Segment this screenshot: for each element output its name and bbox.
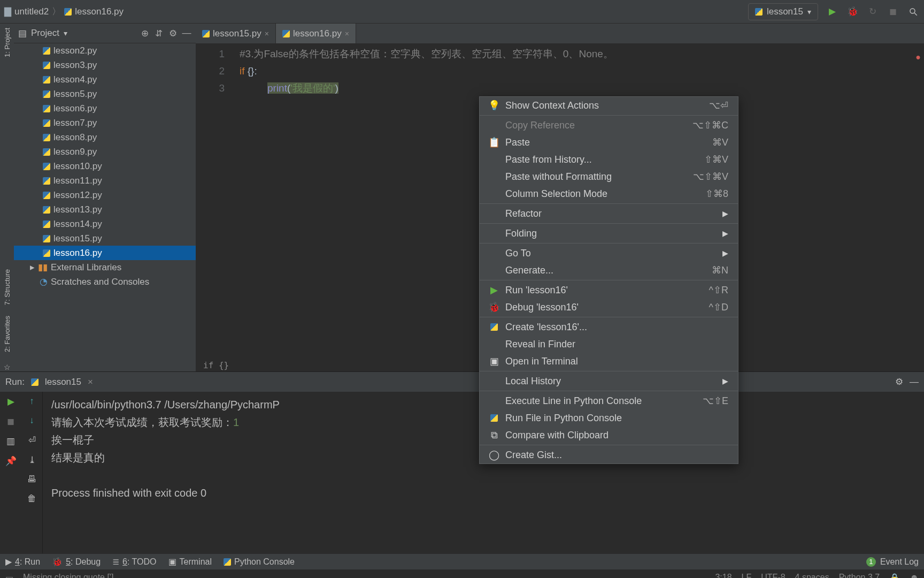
- rerun-button[interactable]: ▶: [7, 396, 14, 407]
- print-button[interactable]: 🖶: [27, 474, 36, 485]
- context-menu-item[interactable]: Copy Reference⌥⇧⌘C: [480, 117, 738, 134]
- close-tab-icon[interactable]: ×: [345, 29, 349, 38]
- down-button[interactable]: ↓: [29, 415, 34, 426]
- close-tab-icon[interactable]: ×: [265, 29, 269, 38]
- scroll-button[interactable]: ⤓: [28, 454, 36, 466]
- status-icon: ▭: [5, 573, 13, 579]
- tab-label: lesson16.py: [293, 28, 342, 39]
- context-menu-item[interactable]: ⧉Compare with Clipboard: [480, 427, 738, 444]
- context-menu-item[interactable]: ◯Create Gist...: [480, 446, 738, 463]
- project-file-item[interactable]: lesson14.py: [14, 217, 196, 231]
- run-button[interactable]: ▶: [826, 5, 838, 18]
- chevron-down-icon[interactable]: ▾: [64, 29, 67, 37]
- context-menu-item[interactable]: Go To▶: [480, 245, 738, 262]
- submenu-arrow-icon: ▶: [722, 209, 728, 218]
- project-file-item[interactable]: lesson7.py: [14, 116, 196, 130]
- menu-shortcut: ⌥⇧⌘V: [693, 171, 728, 182]
- context-menu-item[interactable]: Generate...⌘N: [480, 262, 738, 279]
- context-menu-item[interactable]: Run File in Python Console: [480, 409, 738, 427]
- project-file-item[interactable]: lesson2.py: [14, 43, 196, 58]
- context-menu-item[interactable]: Reveal in Finder: [480, 336, 738, 353]
- file-name: lesson7.py: [53, 118, 97, 128]
- project-file-item[interactable]: lesson3.py: [14, 58, 196, 72]
- pin-button[interactable]: 📌: [5, 455, 17, 467]
- gutter: 1 2 3: [196, 43, 233, 359]
- trash-button[interactable]: 🗑: [27, 493, 36, 504]
- line-sep[interactable]: LF: [742, 573, 752, 578]
- context-menu-item[interactable]: 💡Show Context Actions⌥⏎: [480, 97, 738, 114]
- tool-pyconsole[interactable]: Python Console: [224, 557, 295, 567]
- breadcrumb-folder[interactable]: ▇ untitled2: [4, 6, 49, 17]
- context-menu-item[interactable]: 📋Paste⌘V: [480, 134, 738, 151]
- project-file-item[interactable]: lesson5.py: [14, 87, 196, 101]
- context-menu-item[interactable]: Column Selection Mode⇧⌘8: [480, 185, 738, 202]
- context-menu-item[interactable]: ▶Run 'lesson16'^⇧R: [480, 282, 738, 299]
- debug-button[interactable]: 🐞: [846, 5, 859, 18]
- gear-icon[interactable]: ⚙: [895, 376, 903, 387]
- locate-icon[interactable]: ⊕: [140, 28, 150, 39]
- project-tree[interactable]: lesson2.pylesson3.pylesson4.pylesson5.py…: [14, 43, 196, 371]
- project-file-item[interactable]: lesson4.py: [14, 72, 196, 87]
- editor-tab[interactable]: lesson15.py×: [196, 24, 276, 43]
- menu-shortcut: ⌘N: [712, 264, 728, 276]
- project-file-item[interactable]: lesson13.py: [14, 202, 196, 217]
- context-menu-item[interactable]: Local History▶: [480, 372, 738, 390]
- project-file-item[interactable]: lesson11.py: [14, 173, 196, 188]
- breadcrumb-file[interactable]: lesson16.py: [64, 6, 124, 17]
- minimize-icon[interactable]: —: [182, 28, 191, 39]
- project-file-item[interactable]: lesson12.py: [14, 188, 196, 202]
- layout-button[interactable]: ▥: [6, 436, 15, 447]
- project-file-item[interactable]: lesson10.py: [14, 159, 196, 173]
- python-file-icon: [43, 220, 50, 228]
- scratches-node[interactable]: ◔ Scratches and Consoles: [14, 275, 196, 289]
- lock-icon[interactable]: 🔒: [889, 573, 900, 579]
- gear-icon[interactable]: ⚙: [168, 28, 178, 39]
- menu-label: Compare with Clipboard: [505, 430, 609, 441]
- context-menu-item[interactable]: Create 'lesson16'...: [480, 318, 738, 336]
- run-config-dropdown[interactable]: lesson15 ▾: [748, 3, 818, 20]
- rail-structure[interactable]: 7: Structure: [3, 269, 11, 305]
- context-menu[interactable]: 💡Show Context Actions⌥⏎Copy Reference⌥⇧⌘…: [479, 96, 738, 464]
- tool-debug[interactable]: 🐞5: Debug: [52, 557, 101, 567]
- tool-todo[interactable]: ≣6: TODO: [112, 557, 156, 567]
- encoding[interactable]: UTF-8: [761, 573, 785, 578]
- indent[interactable]: 4 spaces: [795, 573, 829, 578]
- event-log-button[interactable]: Event Log: [880, 557, 919, 567]
- search-everywhere-button[interactable]: [907, 5, 920, 18]
- error-stripe-icon[interactable]: ●: [915, 49, 921, 66]
- stop-button[interactable]: ◼: [887, 5, 899, 18]
- project-file-item[interactable]: lesson9.py: [14, 144, 196, 159]
- collapse-icon[interactable]: ⇵: [154, 28, 164, 39]
- project-file-item[interactable]: lesson16.py: [14, 246, 196, 260]
- caret-position[interactable]: 3:18: [715, 573, 732, 578]
- paste-icon: 📋: [489, 136, 499, 148]
- file-name: lesson16.py: [53, 248, 102, 258]
- chevron-down-icon: ▾: [807, 7, 811, 16]
- context-menu-item[interactable]: Folding▶: [480, 225, 738, 242]
- project-file-item[interactable]: lesson6.py: [14, 101, 196, 116]
- context-menu-item[interactable]: Refactor▶: [480, 205, 738, 222]
- project-file-item[interactable]: lesson8.py: [14, 130, 196, 144]
- tool-terminal[interactable]: ▣Terminal: [168, 557, 212, 567]
- project-file-item[interactable]: lesson15.py: [14, 231, 196, 246]
- rail-favorites[interactable]: 2: Favorites: [3, 316, 11, 352]
- editor-tab[interactable]: lesson16.py×: [276, 24, 356, 43]
- interpreter[interactable]: Python 3.7: [839, 573, 880, 578]
- external-libraries[interactable]: ▸ ▮▮ External Libraries: [14, 260, 196, 275]
- minimize-icon[interactable]: —: [910, 377, 919, 387]
- context-menu-item[interactable]: Paste from History...⇧⌘V: [480, 151, 738, 168]
- rail-project[interactable]: 1: Project: [3, 28, 11, 57]
- stop-run-button[interactable]: ◼: [7, 416, 14, 427]
- wrap-button[interactable]: ⏎: [28, 435, 36, 446]
- context-menu-item[interactable]: Paste without Formatting⌥⇧⌘V: [480, 168, 738, 185]
- context-menu-item[interactable]: ▣Open in Terminal: [480, 353, 738, 370]
- context-menu-item[interactable]: 🐞Debug 'lesson16'^⇧D: [480, 299, 738, 316]
- tool-run[interactable]: ▶4: Run: [5, 557, 40, 567]
- up-button[interactable]: ↑: [29, 396, 34, 407]
- context-menu-item[interactable]: Execute Line in Python Console⌥⇧E: [480, 392, 738, 409]
- python-file-icon: [43, 148, 50, 156]
- close-icon[interactable]: ×: [88, 377, 93, 387]
- hector-icon[interactable]: ☻: [910, 573, 919, 578]
- coverage-button[interactable]: ↻: [866, 5, 879, 18]
- bulb-icon: 💡: [489, 100, 499, 111]
